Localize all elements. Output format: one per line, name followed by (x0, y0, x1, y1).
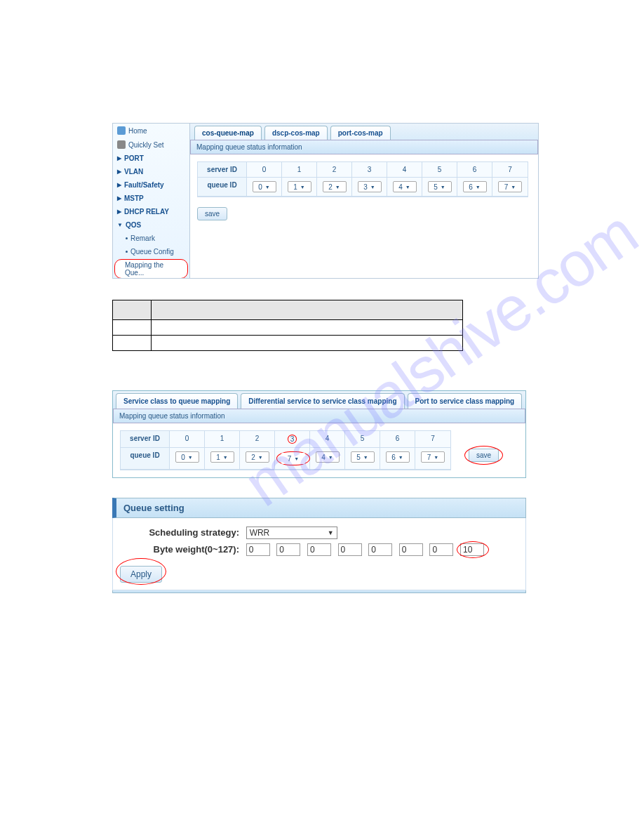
scheduling-select[interactable]: WRR ▼ (246, 527, 337, 539)
tab-dscp-cos[interactable]: dscp-cos-map (264, 126, 328, 140)
queue-select[interactable]: 2▼ (323, 181, 347, 192)
server-id-cell: 2 (240, 431, 275, 448)
sidebar-item-fault[interactable]: ▶Fault/Safety (113, 178, 189, 192)
weight-input-highlighted: 10 (460, 543, 488, 556)
weight-row: Byte weight(0~127): 0 0 0 0 0 0 0 10 (120, 543, 518, 556)
panel-title: Mapping queue status information (113, 409, 525, 423)
select-value: 5 (434, 183, 438, 191)
weight-input[interactable]: 0 (276, 543, 300, 556)
weight-input[interactable]: 0 (429, 543, 453, 556)
panel-title: Mapping queue status information (190, 140, 538, 154)
tab-port-cos[interactable]: port-cos-map (330, 126, 391, 140)
queue-select-cell: 3▼ (352, 178, 387, 197)
chevron-down-icon: ▼ (370, 185, 375, 190)
queue-select[interactable]: 0▼ (175, 451, 199, 463)
table-cell (113, 300, 152, 320)
queue-select-cell: 2▼ (240, 448, 275, 470)
server-id-cell: 6 (380, 431, 415, 448)
sidebar-item-label: VLAN (124, 168, 143, 176)
select-value: 0 (181, 454, 185, 461)
mapping-table: server ID 0 1 2 3 4 5 6 7 queue ID 0▼ 1▼… (120, 430, 451, 470)
queue-select-cell: 6▼ (380, 448, 415, 470)
sidebar-item-dhcp[interactable]: ▶DHCP RELAY (113, 205, 189, 218)
sidebar-item-label: Remark (130, 234, 155, 242)
queue-select[interactable]: 6▼ (463, 181, 487, 192)
server-id-cell: 5 (422, 162, 457, 178)
queue-heading: Queue setting (112, 498, 526, 518)
queue-select[interactable]: 4▼ (316, 451, 340, 463)
expand-icon: ▶ (117, 195, 121, 201)
table-cell (152, 336, 463, 351)
queue-select[interactable]: 4▼ (393, 181, 417, 192)
weight-input[interactable]: 0 (368, 543, 392, 556)
select-value: WRR (250, 528, 270, 538)
screenshot-2: Service class to queue mapping Different… (112, 390, 526, 478)
bullet-icon (126, 237, 128, 239)
queue-select[interactable]: 3▼ (358, 181, 382, 192)
queue-select[interactable]: 2▼ (246, 451, 269, 463)
weight-input[interactable]: 0 (307, 543, 331, 556)
mapping-table: server ID 0 1 2 3 4 5 6 7 queue ID 0▼ 1▼… (197, 161, 528, 197)
chevron-down-icon: ▼ (258, 455, 263, 460)
queue-select-cell: 4▼ (310, 448, 345, 470)
server-id-cell: 0 (247, 162, 282, 178)
save-button[interactable]: save (469, 449, 499, 462)
highlight-ring: 7▼ (276, 451, 310, 465)
row-label: queue ID (121, 448, 170, 470)
queue-select[interactable]: 1▼ (210, 451, 234, 463)
queue-select[interactable]: 7▼ (421, 451, 445, 463)
sidebar-item-label: Mapping the Que... (125, 261, 183, 277)
weight-input[interactable]: 10 (460, 543, 484, 556)
chevron-down-icon: ▼ (363, 455, 368, 460)
quick-icon (117, 140, 126, 149)
scheduling-row: Scheduling strategy: WRR ▼ (120, 527, 518, 539)
select-value: 1 (216, 454, 220, 461)
sidebar-sub-queueconfig[interactable]: Queue Config (113, 245, 189, 258)
weight-input[interactable]: 0 (338, 543, 362, 556)
row-label: server ID (198, 162, 247, 178)
chevron-down-icon: ▼ (398, 455, 403, 460)
select-value: 6 (391, 454, 396, 461)
sidebar-sub-mapping[interactable]: Mapping the Que... (114, 259, 188, 279)
sidebar-quickset[interactable]: Quickly Set (113, 138, 189, 152)
chevron-down-icon: ▼ (511, 185, 516, 190)
sidebar-item-qos[interactable]: ▼QOS (113, 218, 189, 232)
sidebar-item-label: Queue Config (130, 248, 174, 256)
tab-differential[interactable]: Differential service to service class ma… (241, 393, 404, 409)
tab-bar: cos-queue-map dscp-cos-map port-cos-map (190, 124, 538, 140)
sidebar-item-vlan[interactable]: ▶VLAN (113, 165, 189, 178)
chevron-down-icon: ▼ (434, 455, 438, 460)
sidebar-item-label: PORT (124, 154, 144, 162)
apply-button[interactable]: Apply (120, 566, 162, 583)
weight-input[interactable]: 0 (399, 543, 423, 556)
queue-select[interactable]: 7▼ (498, 181, 522, 192)
server-id-cell: 4 (387, 162, 422, 178)
chevron-down-icon: ▼ (405, 185, 410, 190)
sidebar-item-port[interactable]: ▶PORT (113, 152, 189, 165)
chevron-down-icon: ▼ (328, 529, 334, 536)
queue-select[interactable]: 7▼ (281, 453, 305, 464)
select-value: 6 (469, 183, 473, 191)
queue-body: Scheduling strategy: WRR ▼ Byte weight(0… (112, 518, 526, 590)
queue-select[interactable]: 5▼ (351, 451, 375, 463)
queue-select[interactable]: 1▼ (288, 181, 311, 192)
queue-select[interactable]: 6▼ (386, 451, 410, 463)
sidebar-item-mstp[interactable]: ▶MSTP (113, 192, 189, 205)
queue-select[interactable]: 0▼ (253, 181, 276, 192)
table-cell (113, 320, 152, 336)
sidebar-sub-remark[interactable]: Remark (113, 232, 189, 245)
tab-cos-queue[interactable]: cos-queue-map (194, 126, 262, 140)
select-value: 7 (427, 454, 431, 461)
weight-input[interactable]: 0 (246, 543, 270, 556)
sidebar-item-label: MSTP (124, 194, 144, 202)
queue-select[interactable]: 5▼ (428, 181, 452, 192)
select-value: 2 (251, 454, 255, 461)
queue-select-cell: 5▼ (422, 178, 457, 197)
tab-port-service[interactable]: Port to service class mapping (408, 393, 523, 409)
table-row: queue ID 0▼ 1▼ 2▼ 3▼ 4▼ 5▼ 6▼ 7▼ (198, 178, 528, 197)
tab-service-class[interactable]: Service class to queue mapping (116, 393, 238, 409)
sidebar-home[interactable]: Home (113, 124, 189, 138)
screenshot-3: Queue setting Scheduling strategy: WRR ▼… (112, 498, 526, 593)
save-button[interactable]: save (197, 207, 227, 220)
select-value: 1 (293, 183, 297, 191)
